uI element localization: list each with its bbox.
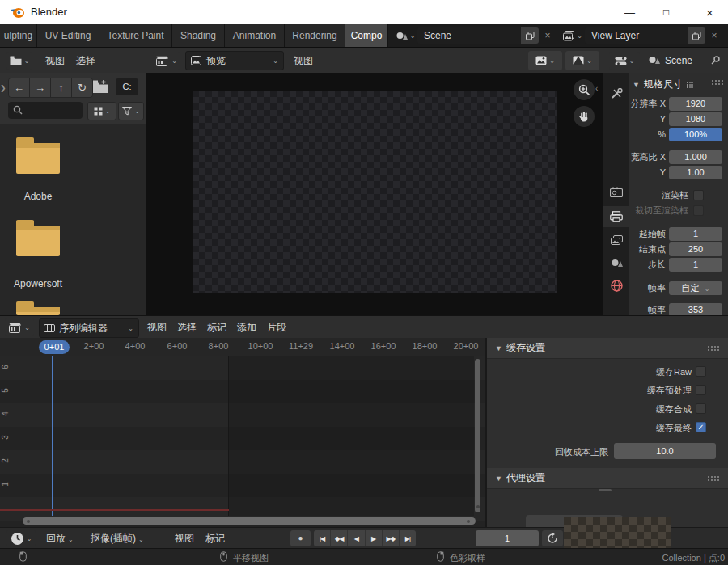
scene-unlink-button[interactable]: × <box>540 27 555 44</box>
horizontal-scrollbar[interactable] <box>23 517 476 525</box>
up-directory-button[interactable]: ↑ <box>51 78 72 97</box>
frame-start-field[interactable]: 1 <box>669 227 722 241</box>
timeline-menu-view[interactable]: 视图 <box>175 528 194 549</box>
tab-texture-paint[interactable]: Texture Paint <box>99 24 172 47</box>
pin-icon[interactable] <box>710 55 721 65</box>
pan-gizmo-button[interactable] <box>574 106 595 127</box>
resolution-x-field[interactable]: 1920 <box>669 97 722 111</box>
resolution-percent-field[interactable]: 100% <box>669 128 722 141</box>
aspect-y-field[interactable]: 1.00 <box>669 166 722 179</box>
panel-collapse-triangle-icon[interactable]: ▼ <box>495 344 502 352</box>
seq-menu-select[interactable]: 选择 <box>177 316 197 339</box>
tab-scene-properties[interactable] <box>603 252 629 273</box>
overlays-toggle-button[interactable]: ⌄ <box>565 51 599 70</box>
frame-step-field[interactable]: 1 <box>669 258 722 272</box>
region-expand-arrow-icon[interactable]: ❯ <box>0 84 6 92</box>
resolution-y-field[interactable]: 1080 <box>669 112 722 126</box>
view-layer-browse-button[interactable]: ⌄ <box>561 27 584 44</box>
recycle-cost-field[interactable]: 10.0 <box>614 443 716 459</box>
tab-world-properties[interactable] <box>603 275 629 296</box>
timeline-editor-type-button[interactable]: ⌄ <box>6 530 36 546</box>
tab-render-properties[interactable] <box>603 181 629 202</box>
cache-composite-checkbox[interactable] <box>696 403 706 414</box>
scrollbar-zoom-handle[interactable] <box>467 520 470 523</box>
cache-settings-header[interactable]: ▼ 缓存设置 <box>487 338 728 359</box>
tab-compositing[interactable]: Compo <box>345 24 388 47</box>
tab-sculpting[interactable]: ulpting <box>0 24 37 47</box>
frame-end-field[interactable]: 250 <box>669 242 722 256</box>
preview-display-mode-dropdown[interactable]: 预览 ⌄ <box>185 51 284 70</box>
seq-menu-add[interactable]: 添加 <box>237 316 256 339</box>
folder-label[interactable]: Apowersoft <box>0 278 76 289</box>
maximize-button[interactable]: □ <box>648 0 684 24</box>
cache-raw-checkbox[interactable] <box>696 366 706 377</box>
forward-button[interactable]: → <box>30 78 51 97</box>
folder-icon[interactable] <box>16 226 60 256</box>
sidebar-collapse-chevron-icon[interactable]: ‹ <box>595 84 598 93</box>
view-layer-copy-button[interactable] <box>688 27 705 44</box>
jump-to-start-button[interactable]: |◀ <box>314 530 331 546</box>
jump-to-end-button[interactable]: ▶| <box>400 530 416 546</box>
panel-resize-handle[interactable] <box>599 489 612 491</box>
render-region-checkbox[interactable] <box>693 190 704 200</box>
scene-name-field[interactable]: Scene <box>417 27 526 44</box>
cache-final-checkbox[interactable] <box>696 422 706 432</box>
sequencer-preview-area[interactable]: ‹ <box>146 73 603 315</box>
panel-collapse-triangle-icon[interactable]: ▼ <box>495 474 502 483</box>
playhead-line[interactable] <box>52 356 53 516</box>
sequencer-editor-type-button[interactable]: ⌄ <box>153 52 180 70</box>
crop-to-region-checkbox[interactable] <box>693 205 704 216</box>
aspect-x-field[interactable]: 1.000 <box>669 150 722 164</box>
zoom-gizmo-button[interactable] <box>574 79 595 100</box>
tab-uv-editing[interactable]: UV Editing <box>37 24 99 47</box>
display-mode-button[interactable]: ⌄ <box>87 102 116 120</box>
file-list[interactable]: Adobe Apowersoft <box>0 124 146 315</box>
scrollbar-zoom-handle[interactable] <box>27 520 30 523</box>
vertical-scrollbar[interactable] <box>475 359 480 512</box>
fps-preset-dropdown[interactable]: 自定 ⌄ <box>669 281 722 295</box>
folder-icon-partial[interactable] <box>16 307 60 315</box>
presets-icon[interactable] <box>686 81 694 89</box>
tab-tool-properties[interactable] <box>603 83 629 104</box>
scene-copy-button[interactable] <box>521 27 539 44</box>
panel-drag-grip[interactable] <box>707 345 720 352</box>
panel-collapse-triangle-icon[interactable]: ▼ <box>633 81 640 89</box>
search-input[interactable] <box>8 102 83 119</box>
refresh-button[interactable]: ↻ <box>72 78 92 97</box>
minimize-button[interactable]: — <box>612 0 648 24</box>
keying-menu[interactable]: 抠像(插帧)⌄ <box>91 528 144 550</box>
tab-shading[interactable]: Shading <box>172 24 225 47</box>
sequencer-track-area[interactable]: 6 5 4 3 2 1 <box>0 356 485 527</box>
timeline-menu-marker[interactable]: 标记 <box>205 528 225 549</box>
fb-menu-view[interactable]: 视图 <box>45 48 65 74</box>
sequencer-view-type-dropdown[interactable]: 序列编辑器 ⌄ <box>39 318 139 338</box>
folder-icon[interactable] <box>16 143 60 174</box>
scrollbar-zoom-handle[interactable] <box>476 505 480 508</box>
scene-browse-button[interactable]: ⌄ <box>394 27 417 44</box>
view-layer-name-field[interactable]: View Layer <box>585 27 692 44</box>
view-layer-unlink-button[interactable]: × <box>707 27 722 44</box>
current-frame-field[interactable]: 1 <box>476 530 539 546</box>
timeline-ruler[interactable]: 0+01 2+00 4+00 6+00 8+00 10+00 11+29 14+… <box>0 338 485 356</box>
panel-drag-grip[interactable] <box>711 79 724 86</box>
play-button[interactable]: ▶ <box>366 530 383 546</box>
playback-menu[interactable]: 回放⌄ <box>46 528 74 550</box>
tab-view-layer-properties[interactable] <box>603 230 629 251</box>
seq-menu-view[interactable]: 视图 <box>147 316 167 339</box>
panel-drag-grip[interactable] <box>707 475 720 482</box>
filter-button[interactable]: ⌄ <box>118 102 144 120</box>
cache-preprocessed-checkbox[interactable] <box>696 385 706 395</box>
fb-menu-select[interactable]: 选择 <box>76 48 95 74</box>
back-button[interactable]: ← <box>9 78 30 97</box>
file-browser-editor-type-button[interactable]: ⌄ <box>6 52 32 70</box>
path-button[interactable]: C: <box>116 78 138 95</box>
folder-label[interactable]: Adobe <box>0 191 76 202</box>
sequencer-editor-type-button[interactable]: ⌄ <box>5 318 34 336</box>
preview-menu-view[interactable]: 视图 <box>294 48 313 74</box>
close-button[interactable]: × <box>692 0 728 24</box>
next-keyframe-button[interactable]: ▶◆ <box>383 530 400 546</box>
gizmos-toggle-button[interactable]: ⌄ <box>528 51 562 70</box>
seq-menu-strip[interactable]: 片段 <box>267 316 286 339</box>
use-preview-range-button[interactable] <box>542 530 563 546</box>
record-button[interactable]: ● <box>290 530 311 546</box>
